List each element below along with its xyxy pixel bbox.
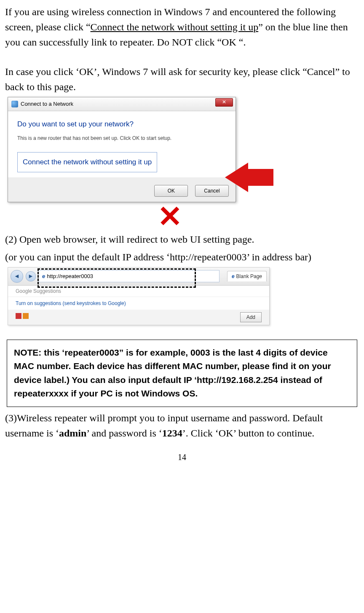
ok-button[interactable]: OK [154,185,188,197]
step-2-paragraph: (2) Open web browser, it will redirect t… [5,232,359,247]
provider-icon [16,313,21,319]
step-3-paragraph: (3)Wireless repeater will prompt you to … [5,410,359,441]
cancel-button[interactable]: Cancel [195,185,229,197]
dialog-sub-text: This is a new router that has not been s… [17,134,226,142]
text-segment: ’ and password is ‘ [86,428,162,439]
dialog-question: Do you want to set up your network? [17,119,226,130]
red-arrow-icon [210,154,273,184]
username-value: admin [59,428,86,439]
browser-tab[interactable]: e Blank Page [227,271,267,281]
link-text-underlined: Connect the network without setting it u… [91,21,259,32]
tab-label: Blank Page [236,273,262,280]
ie-icon: e [42,272,45,281]
forward-button[interactable]: ► [26,271,36,281]
add-row: Add [8,310,269,325]
browser-toolbar: ◄ ► e http://repeater0003 e Blank Page [8,268,269,286]
browser-screenshot: ◄ ► e http://repeater0003 e Blank Page G… [8,267,270,325]
add-button[interactable]: Add [240,312,262,322]
suggestion-text: Turn on suggestions (send keystrokes to … [16,300,126,307]
windows-dialog-screenshot: Connect to a Network ✕ Do you want to se… [8,97,236,202]
dialog-titlebar: Connect to a Network ✕ [8,97,236,111]
connect-without-setup-link[interactable]: Connect the network without setting it u… [17,152,157,172]
network-icon [11,101,18,107]
intro-paragraph-1: If you are using wireless connection in … [5,4,359,50]
intro-paragraph-2: In case you click ‘OK’, Windows 7 will a… [5,64,359,94]
ie-icon: e [232,273,235,280]
provider-icon [23,313,29,319]
dialog-footer: OK Cancel [8,177,236,202]
dialog-body: Do you want to set up your network? This… [8,111,236,177]
suggestions-row: Turn on suggestions (send keystrokes to … [8,297,269,310]
url-text: http://repeater0003 [47,272,93,281]
text-segment: ’. Click ‘OK’ button to continue. [182,428,315,439]
address-bar[interactable]: e http://repeater0003 [38,270,219,283]
close-icon[interactable]: ✕ [215,98,233,107]
page-number: 14 [5,451,359,463]
back-button[interactable]: ◄ [11,270,23,283]
password-value: 1234 [162,428,182,439]
dialog-title-text: Connect to a Network [21,100,73,108]
step-2-sub-paragraph: (or you can input the default IP address… [5,249,359,265]
note-box: NOTE: this ‘repeater0003” is for example… [7,340,357,407]
suggestions-header: Google Suggestions [8,286,269,297]
